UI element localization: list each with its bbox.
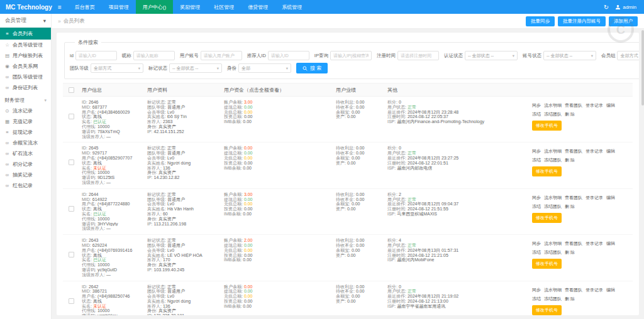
op-sync-link[interactable]: 同步 — [532, 288, 541, 292]
op-delete-link[interactable]: 删 除 — [565, 112, 575, 116]
op-flow-detail-link[interactable]: 流水明细 — [544, 103, 562, 107]
nav-item-4[interactable]: 社区管理 — [207, 0, 241, 14]
op-edit-link[interactable]: 编辑 — [606, 195, 615, 200]
op-change-phone-button[interactable]: 修改手机号 — [532, 121, 562, 131]
sidebar-item-8[interactable]: ▦充值记录 — [0, 116, 51, 127]
search-input-4[interactable] — [330, 51, 372, 60]
sidebar-item-9[interactable]: ≡提现记录 — [0, 127, 51, 138]
op-freeze-team-link[interactable]: 冻结团队 — [544, 158, 562, 162]
op-freeze-link[interactable]: 冻结 — [532, 250, 541, 254]
search-input-1[interactable] — [133, 51, 175, 60]
sidebar-item-4[interactable]: ∞团队等级管理 — [0, 72, 51, 82]
op-login-log-link[interactable]: 登录记录 — [586, 195, 603, 200]
op-edit-link[interactable]: 编辑 — [606, 241, 615, 246]
op-flow-detail-link[interactable]: 流水明细 — [544, 288, 562, 292]
op-flow-detail-link[interactable]: 流水明细 — [544, 241, 562, 246]
search-input-2[interactable] — [201, 51, 242, 60]
nav-item-2[interactable]: 用户中心() — [136, 0, 173, 14]
op-freeze-link[interactable]: 冻结 — [532, 112, 541, 116]
search-input-5[interactable] — [397, 51, 439, 60]
add-user-button[interactable]: 添加用户 — [609, 16, 638, 26]
op-freeze-team-link[interactable]: 冻结团队 — [544, 296, 562, 301]
op-freeze-link[interactable]: 冻结 — [532, 158, 541, 162]
op-delete-link[interactable]: 删 除 — [565, 158, 575, 162]
sidebar-item-14[interactable]: ∞红包记录 — [0, 180, 51, 191]
row-checkbox[interactable] — [69, 114, 74, 119]
op-change-phone-button[interactable]: 修改手机号 — [532, 166, 562, 176]
op-view-team-link[interactable]: 查看团队 — [565, 103, 582, 107]
sidebar-item-10[interactable]: ∞余额宝流水 — [0, 138, 51, 148]
op-edit-link[interactable]: 编辑 — [606, 149, 615, 153]
search-button[interactable]: 搜 索 — [296, 63, 328, 73]
nav-item-3[interactable]: 奖励管理 — [173, 0, 207, 14]
op-freeze-team-link[interactable]: 冻结团队 — [544, 112, 562, 116]
refresh-icon[interactable]: ↻ — [604, 4, 609, 11]
field-label: MID: — [82, 197, 92, 202]
op-flow-detail-link[interactable]: 流水明细 — [544, 195, 562, 200]
search-select-0[interactable]: 全部方式▾ — [91, 63, 143, 73]
sidebar-item-7[interactable]: ⊙流水记录 — [0, 105, 51, 116]
op-change-phone-button[interactable]: 修改手机号 — [532, 259, 562, 269]
op-view-team-link[interactable]: 查看团队 — [565, 149, 582, 153]
op-sync-link[interactable]: 同步 — [532, 195, 541, 200]
op-login-log-link[interactable]: 登录记录 — [586, 241, 603, 246]
nav-item-0[interactable]: 后台首页 — [68, 0, 102, 14]
row-checkbox[interactable] — [69, 206, 74, 212]
row-checkbox[interactable] — [69, 160, 74, 165]
op-delete-link[interactable]: 删 除 — [565, 204, 575, 208]
op-flow-detail-link[interactable]: 流水明细 — [544, 149, 562, 153]
user-menu[interactable]: admin — [615, 4, 636, 10]
hamburger-icon[interactable]: ≡ — [52, 0, 68, 14]
sidebar-item-0[interactable]: ≡会员列表 — [0, 28, 51, 40]
op-edit-link[interactable]: 编辑 — [606, 103, 615, 107]
search-select-8[interactable]: 全部方式▾ — [617, 51, 639, 60]
op-delete-link[interactable]: 删 除 — [565, 250, 575, 254]
row-checkbox[interactable] — [69, 298, 74, 304]
row-checkbox[interactable] — [69, 252, 74, 257]
sidebar-item-11[interactable]: ∞矿石流水 — [0, 148, 51, 159]
scrollbar-thumb[interactable] — [641, 30, 644, 105]
search-select-1[interactable]: -- 全部状态 --▾ — [169, 63, 222, 73]
op-freeze-link[interactable]: 冻结 — [532, 296, 541, 301]
op-login-log-link[interactable]: 登录记录 — [586, 149, 603, 153]
op-login-log-link[interactable]: 登录记录 — [586, 103, 603, 107]
nav-item-1[interactable]: 项目管理 — [102, 0, 136, 14]
op-freeze-team-link[interactable]: 冻结团队 — [544, 250, 562, 254]
op-freeze-team-link[interactable]: 冻结团队 — [544, 204, 562, 208]
op-edit-link[interactable]: 编辑 — [606, 288, 615, 292]
sidebar-item-2[interactable]: ▤用户核验列表 — [0, 50, 51, 61]
select-all-checkbox[interactable] — [69, 87, 74, 93]
search-select-2[interactable]: 全部▾ — [238, 63, 291, 73]
search-input-0[interactable] — [75, 51, 117, 60]
sidebar-item-13[interactable]: ∞抽奖记录 — [0, 170, 51, 180]
op-change-phone-button[interactable]: 修改手机号 — [532, 305, 562, 315]
sidebar-item-6[interactable]: 财务管理▾ — [0, 95, 51, 105]
op-sync-link[interactable]: 同步 — [532, 149, 541, 153]
sidebar-module-select[interactable]: 会员管理 ▾ — [0, 14, 51, 28]
op-login-log-link[interactable]: 登录记录 — [586, 288, 603, 292]
op-sync-link[interactable]: 同步 — [532, 103, 541, 107]
field-label: 顶级推荐人: — [82, 180, 106, 185]
op-delete-link[interactable]: 删 除 — [565, 296, 575, 301]
op-view-team-link[interactable]: 查看团队 — [565, 195, 582, 200]
batch-register-internal-button[interactable]: 批量注册内部账号 — [558, 16, 606, 26]
op-view-team-link[interactable]: 查看团队 — [565, 288, 582, 292]
search-button-label: 搜 索 — [310, 65, 321, 72]
sidebar-item-1[interactable]: ☆会员等级管理 — [0, 40, 51, 50]
sidebar-item-5[interactable]: ∞身份证列表 — [0, 82, 51, 93]
search-select-6[interactable]: -- 全部状态 --▾ — [465, 51, 518, 60]
nav-item-6[interactable]: 系统管理 — [275, 0, 309, 14]
op-view-team-link[interactable]: 查看团队 — [565, 241, 582, 246]
sidebar-item-3[interactable]: ◉会员关系网 — [0, 61, 51, 72]
search-input-3[interactable] — [268, 51, 309, 60]
field-line: 状态: 离线 — [82, 161, 142, 166]
op-change-phone-button[interactable]: 修改手机号 — [532, 213, 562, 223]
sidebar-item-12[interactable]: ∞积分记录 — [0, 159, 51, 170]
field-line: 投资总额: 0.00 — [224, 253, 331, 258]
op-freeze-link[interactable]: 冻结 — [532, 204, 541, 208]
op-sync-link[interactable]: 同步 — [532, 241, 541, 246]
field-value: 真实资产 — [158, 124, 176, 129]
search-select-7[interactable]: -- 全部状态 --▾ — [543, 51, 596, 60]
nav-item-5[interactable]: 借贷管理 — [241, 0, 275, 14]
batch-sync-button[interactable]: 批量同步 — [526, 16, 555, 26]
